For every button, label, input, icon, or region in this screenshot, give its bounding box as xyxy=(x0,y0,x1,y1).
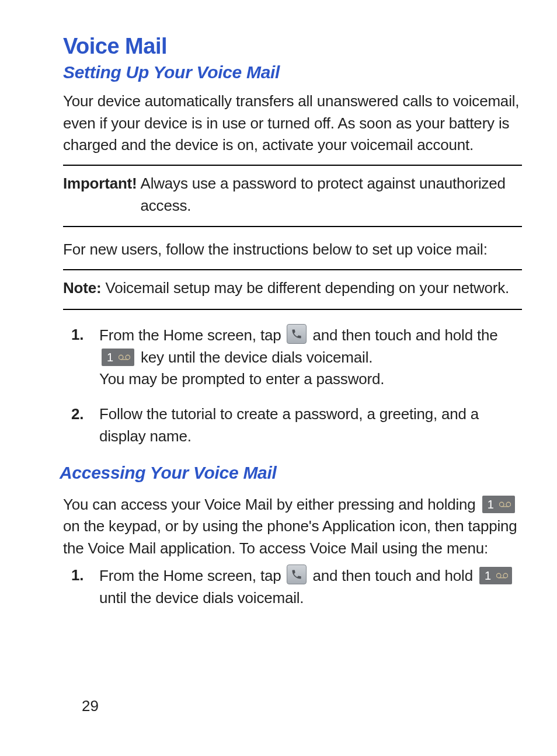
body-content: Your device automatically transfers all … xyxy=(63,90,522,609)
svg-point-3 xyxy=(499,502,504,507)
svg-point-1 xyxy=(126,355,130,360)
phone-icon xyxy=(287,565,307,584)
note-label: Note: xyxy=(63,279,101,297)
svg-point-6 xyxy=(496,573,501,578)
setup-intro: Your device automatically transfers all … xyxy=(63,90,522,156)
access-step-1: From the Home screen, tap and then touch… xyxy=(99,565,522,609)
svg-point-7 xyxy=(503,573,508,578)
step-text-part: You may be prompted to enter a password. xyxy=(99,370,384,388)
key-digit: 1 xyxy=(488,496,494,513)
setup-heading: Setting Up Your Voice Mail xyxy=(63,62,522,82)
step-text-part: and then touch and hold the xyxy=(313,326,498,344)
manual-page: Voice Mail Setting Up Your Voice Mail Yo… xyxy=(0,0,557,756)
step-text-part: and then touch and hold xyxy=(313,567,477,584)
setup-step-2: Follow the tutorial to create a password… xyxy=(99,403,522,447)
voicemail-1-key-icon: 1 xyxy=(102,349,134,366)
important-callout: Important! Always use a password to prot… xyxy=(63,165,522,227)
step-text-part: key until the device dials voicemail. xyxy=(141,349,373,366)
intro-text-part: You can access your Voice Mail by either… xyxy=(63,496,480,513)
page-number: 29 xyxy=(82,697,99,715)
svg-point-4 xyxy=(506,502,511,507)
new-users-text: For new users, follow the instructions b… xyxy=(63,239,522,261)
voicemail-1-key-icon: 1 xyxy=(482,496,515,513)
access-intro: You can access your Voice Mail by either… xyxy=(63,494,522,560)
important-text: Always use a password to protect against… xyxy=(141,173,522,217)
section-title: Voice Mail xyxy=(63,34,522,59)
setup-steps-list: From the Home screen, tap and then touch… xyxy=(63,324,522,447)
note-callout: Note: Voicemail setup may be different d… xyxy=(63,269,522,310)
setup-step-1: From the Home screen, tap and then touch… xyxy=(99,324,522,391)
step-text-part: From the Home screen, tap xyxy=(99,567,285,584)
key-digit: 1 xyxy=(107,349,113,366)
step-text-part: From the Home screen, tap xyxy=(99,326,285,344)
svg-point-0 xyxy=(119,355,123,360)
access-steps-list: From the Home screen, tap and then touch… xyxy=(63,565,522,609)
intro-text-part: on the keypad, or by using the phone's A… xyxy=(63,517,517,557)
access-heading: Accessing Your Voice Mail xyxy=(60,460,522,486)
step-text-part: Follow the tutorial to create a password… xyxy=(99,405,479,445)
voicemail-1-key-icon: 1 xyxy=(479,567,512,584)
note-text: Voicemail setup may be different dependi… xyxy=(105,279,509,297)
important-label: Important! xyxy=(63,173,141,217)
step-text-part: until the device dials voicemail. xyxy=(99,589,304,607)
key-digit: 1 xyxy=(485,567,491,584)
phone-icon xyxy=(287,324,307,344)
